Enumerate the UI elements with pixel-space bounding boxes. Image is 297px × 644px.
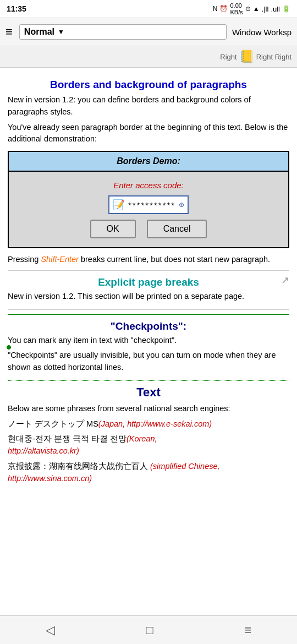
recents-button[interactable]: ≡ xyxy=(233,619,262,642)
demo-header: Borders Demo: xyxy=(9,152,288,172)
text-korean-chars: 현대중-전자 분쟁 극적 타결 전망 xyxy=(8,434,127,443)
checkpoints-section: "Checkpoints": You can mark any item in … xyxy=(8,314,289,381)
data-speed: 0.00KB/s xyxy=(230,2,243,15)
content-area: Borders and background of paragraphs New… xyxy=(0,68,297,494)
shift-note-pre: Pressing xyxy=(8,255,41,264)
handle-icon: ⊕ xyxy=(179,201,184,209)
status-bar: 11:35 N ⏰ 0.00KB/s ⊙ ▲ .|ll .ull 🔋 xyxy=(0,0,297,18)
style-arrow: ▼ xyxy=(58,28,64,36)
text-intro: Below are some phrases from several nati… xyxy=(8,403,289,415)
notification-icon: N xyxy=(213,5,218,13)
style-selector[interactable]: Normal ▼ xyxy=(19,24,227,40)
checkpoints-text1: You can mark any item in text with "chec… xyxy=(8,335,289,347)
page-break-text: New in version 1.2. This section will be… xyxy=(8,291,289,303)
text-japanese-chars: ノート デスクトップ MS xyxy=(8,419,98,428)
demo-password-field[interactable]: *********** xyxy=(128,200,175,210)
status-time: 11:35 xyxy=(7,4,26,13)
text-korean: 현대중-전자 분쟁 극적 타결 전망(Korean, http://altavi… xyxy=(8,433,289,457)
checkpoints-text2: "Checkpoints" are usually invisible, but… xyxy=(8,350,289,374)
borders-heading: Borders and background of paragraphs xyxy=(8,79,289,91)
ruler-right-label: Right xyxy=(220,53,237,61)
text-chinese: 京报披露：湖南有线网络大战伤亡百人 (simplified Chinese, h… xyxy=(8,461,289,485)
checkpoint-dot xyxy=(7,345,11,350)
text-korean-link2: http://altavista.co.kr) xyxy=(8,446,79,455)
text-japan-link: (Japan, http://www.e-sekai.com) xyxy=(98,419,212,428)
borders-demo-box: Borders Demo: Enter access code: 📝 *****… xyxy=(8,151,289,248)
text-section: Text Below are some phrases from several… xyxy=(8,385,289,485)
signal-bar1: .|ll xyxy=(262,5,269,13)
home-button[interactable]: □ xyxy=(135,619,164,642)
shift-note-post: breaks current line, but does not start … xyxy=(79,255,270,264)
signal-bar2: .ull xyxy=(271,5,280,13)
edit-icon: 📝 xyxy=(113,199,125,211)
menu-icon[interactable]: ≡ xyxy=(6,25,13,39)
borders-text2: You've already seen paragraph border at … xyxy=(8,122,289,146)
demo-input-row: 📝 *********** ⊕ xyxy=(108,195,189,214)
demo-inner: Enter access code: 📝 *********** ⊕ OK Ca… xyxy=(9,172,288,247)
signal-icon1: ▲ xyxy=(253,5,260,13)
shift-note: Pressing Shift-Enter breaks current line… xyxy=(8,254,289,266)
ok-button[interactable]: OK xyxy=(90,220,136,238)
toolbar: ≡ Normal ▼ Window Worksp xyxy=(0,18,297,46)
style-label: Normal xyxy=(24,27,54,37)
page-break-section: ↗ Explicit page breaks New in version 1.… xyxy=(8,270,289,310)
shift-highlight: Shift-Enter xyxy=(41,255,79,264)
wifi-icon: ⊙ xyxy=(245,5,251,13)
checkpoints-heading: "Checkpoints": xyxy=(8,320,289,332)
page-break-heading: Explicit page breaks xyxy=(8,276,289,288)
text-japanese: ノート デスクトップ MS(Japan, http://www.e-sekai.… xyxy=(8,418,289,430)
text-heading: Text xyxy=(8,385,289,400)
ruler-area: Right 📒 Right Right xyxy=(0,46,297,68)
alarm-icon: ⏰ xyxy=(219,5,228,13)
battery-icon: 🔋 xyxy=(282,5,290,13)
workspace-label[interactable]: Window Worksp xyxy=(232,28,292,37)
ruler-right-right: Right Right xyxy=(256,53,292,61)
borders-text1: New in version 1.2: you can define borde… xyxy=(8,94,289,118)
page-break-arrow: ↗ xyxy=(281,274,289,286)
ruler-emoji: 📒 xyxy=(239,50,254,64)
text-chinese-chars: 京报披露：湖南有线网络大战伤亡百人 xyxy=(8,462,150,471)
text-korean-link1: (Korean, xyxy=(127,434,157,443)
demo-buttons: OK Cancel xyxy=(90,220,207,238)
cancel-button[interactable]: Cancel xyxy=(147,220,207,238)
bottom-nav: ◁ □ ≡ xyxy=(0,615,297,644)
demo-label: Enter access code: xyxy=(113,181,184,190)
back-button[interactable]: ◁ xyxy=(35,619,66,642)
status-icons: N ⏰ 0.00KB/s ⊙ ▲ .|ll .ull 🔋 xyxy=(213,2,290,15)
